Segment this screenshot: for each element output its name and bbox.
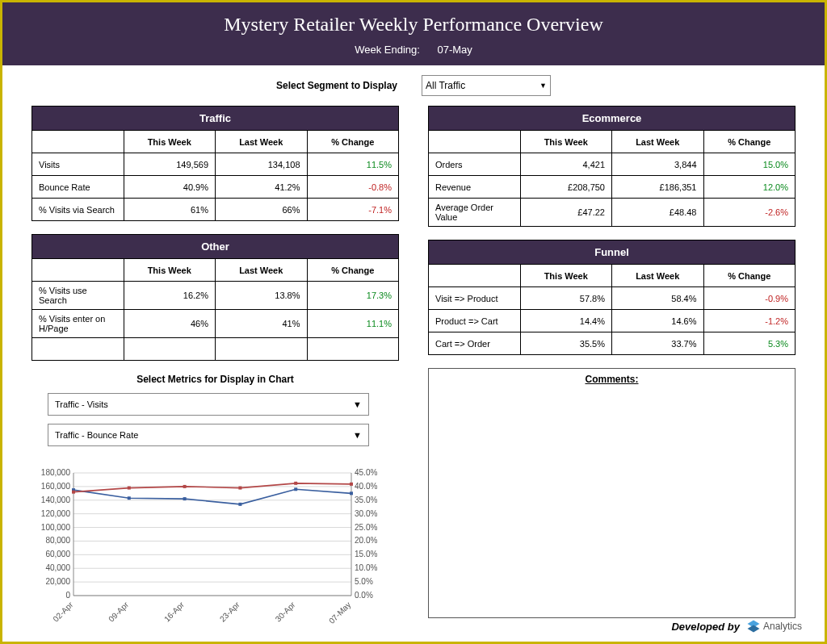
ecommerce-title: Ecommerce: [429, 107, 796, 131]
table-row: Revenue£208,750£186,35112.0%: [429, 176, 796, 199]
row-label: % Visits enter on H/Page: [32, 310, 124, 338]
svg-text:160,000: 160,000: [41, 482, 71, 491]
pct-change-value: 17.3%: [307, 282, 399, 310]
table-row: % Visits via Search61%66%-7.1%: [32, 199, 399, 221]
this-week-value: 61%: [124, 199, 216, 221]
footer: Developed by Analytics: [671, 619, 802, 634]
svg-rect-42: [238, 503, 241, 506]
svg-text:07-May: 07-May: [327, 600, 352, 625]
week-ending-label: Week Ending:: [355, 44, 420, 56]
svg-text:35.0%: 35.0%: [355, 496, 377, 504]
this-week-value: 46%: [124, 310, 216, 338]
svg-text:20,000: 20,000: [45, 577, 70, 586]
svg-rect-43: [294, 487, 297, 491]
svg-text:140,000: 140,000: [41, 496, 71, 504]
this-week-value: 57.8%: [520, 287, 612, 310]
last-week-value: 3,844: [612, 153, 704, 176]
traffic-title: Traffic: [32, 107, 399, 131]
svg-text:120,000: 120,000: [41, 509, 71, 518]
metric-select-2[interactable]: Traffic - Bounce Rate ▼: [48, 424, 369, 446]
pct-change-value: 11.1%: [307, 310, 399, 338]
last-week-value: £186,351: [612, 176, 704, 199]
last-week-value: 58.4%: [612, 287, 704, 310]
row-label: Product => Cart: [429, 310, 521, 332]
line-chart: 020,00040,00060,00080,000100,000120,0001…: [31, 454, 387, 640]
svg-text:15.0%: 15.0%: [355, 550, 377, 558]
svg-rect-41: [183, 497, 187, 500]
segment-select[interactable]: All Traffic ▼: [422, 75, 551, 96]
pct-change-value: -7.1%: [307, 199, 399, 221]
traffic-table: Traffic This Week Last Week % Change Vis…: [31, 106, 399, 221]
svg-text:02-Apr: 02-Apr: [51, 600, 74, 623]
last-week-value: 41.2%: [216, 176, 308, 199]
last-week-value: 33.7%: [612, 332, 704, 355]
svg-rect-47: [183, 485, 187, 488]
pct-change-value: 11.5%: [307, 153, 399, 176]
week-ending-value: 07-May: [437, 44, 472, 56]
ecommerce-table: Ecommerce This Week Last Week % Change O…: [428, 106, 796, 227]
segment-label: Select Segment to Display: [276, 80, 397, 91]
svg-rect-50: [350, 483, 353, 486]
pct-change-value: -1.2%: [703, 310, 796, 332]
row-label: Visits: [32, 153, 124, 176]
row-label: Orders: [429, 153, 521, 176]
this-week-value: 149,569: [124, 153, 216, 176]
svg-text:10.0%: 10.0%: [355, 563, 377, 572]
pct-change-value: -0.8%: [307, 176, 399, 199]
svg-marker-52: [747, 625, 759, 633]
svg-rect-44: [350, 491, 353, 495]
metric-select-1[interactable]: Traffic - Visits ▼: [48, 393, 369, 416]
chart-metric-select-title: Select Metrics for Display in Chart: [31, 374, 399, 385]
svg-text:25.0%: 25.0%: [355, 523, 377, 532]
this-week-value: 40.9%: [124, 176, 216, 199]
last-week-value: 41%: [216, 310, 308, 338]
brand-logo: Analytics: [746, 619, 802, 634]
last-week-value: 66%: [216, 199, 308, 221]
svg-rect-49: [294, 482, 297, 485]
pct-change-value: -0.9%: [703, 287, 796, 310]
row-label: % Visits use Search: [32, 282, 124, 310]
svg-text:45.0%: 45.0%: [355, 468, 377, 477]
svg-text:30-Apr: 30-Apr: [274, 600, 297, 623]
svg-rect-48: [238, 487, 241, 490]
pct-change-value: 5.3%: [703, 332, 796, 355]
this-week-value: £47.22: [520, 199, 612, 227]
row-label: Bounce Rate: [32, 176, 124, 199]
svg-text:0.0%: 0.0%: [355, 591, 373, 600]
row-label: % Visits via Search: [32, 199, 124, 221]
svg-text:20.0%: 20.0%: [355, 536, 377, 545]
svg-text:23-Apr: 23-Apr: [218, 600, 241, 623]
table-row: Bounce Rate40.9%41.2%-0.8%: [32, 176, 399, 199]
row-label: Cart => Order: [429, 332, 521, 355]
this-week-value: 16.2%: [124, 282, 216, 310]
other-table: Other This Week Last Week % Change % Vis…: [31, 234, 399, 361]
chevron-down-icon: ▼: [353, 430, 362, 440]
funnel-title: Funnel: [429, 240, 796, 265]
last-week-value: 134,108: [216, 153, 308, 176]
pct-change-value: 15.0%: [703, 153, 796, 176]
table-row: % Visits enter on H/Page46%41%11.1%: [32, 310, 399, 338]
svg-text:30.0%: 30.0%: [355, 509, 377, 518]
table-row: Average Order Value£47.22£48.48-2.6%: [429, 199, 796, 227]
chevron-down-icon: ▼: [353, 399, 362, 409]
table-row: Cart => Order35.5%33.7%5.3%: [429, 332, 796, 355]
last-week-value: £48.48: [612, 199, 704, 227]
svg-text:180,000: 180,000: [41, 468, 71, 477]
comments-box[interactable]: Comments:: [428, 368, 796, 618]
pct-change-value: 12.0%: [703, 176, 796, 199]
chevron-down-icon: ▼: [539, 82, 547, 90]
other-title: Other: [32, 235, 399, 259]
svg-rect-40: [128, 496, 131, 500]
last-week-value: 13.8%: [216, 282, 308, 310]
svg-rect-45: [72, 491, 75, 494]
pct-change-value: [307, 338, 399, 361]
table-row: Visits149,569134,10811.5%: [32, 153, 399, 176]
page-title: Mystery Retailer Weekly Performance Over…: [2, 14, 825, 36]
table-row: % Visits use Search16.2%13.8%17.3%: [32, 282, 399, 310]
svg-text:09-Apr: 09-Apr: [107, 600, 130, 623]
svg-rect-46: [128, 487, 131, 490]
last-week-value: 14.6%: [612, 310, 704, 332]
table-row: [32, 338, 399, 361]
table-row: Visit => Product57.8%58.4%-0.9%: [429, 287, 796, 310]
table-row: Orders4,4213,84415.0%: [429, 153, 796, 176]
